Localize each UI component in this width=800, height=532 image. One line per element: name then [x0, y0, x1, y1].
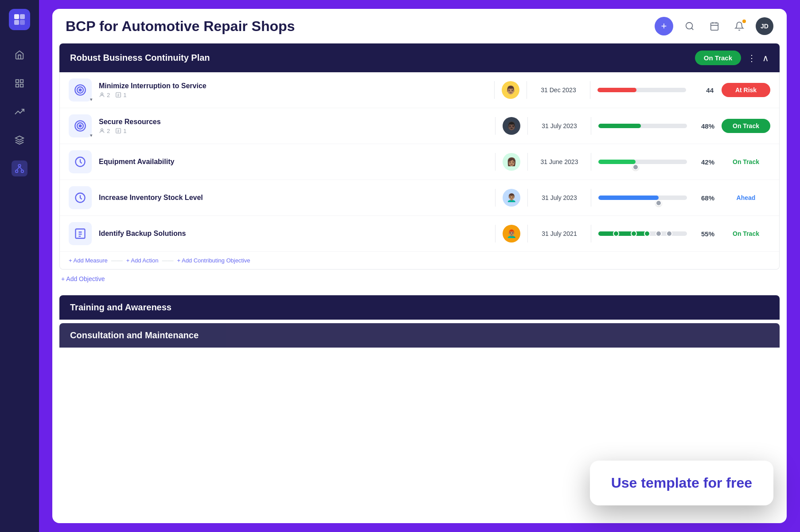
user-avatar-5: 👨🏽‍🦰	[503, 225, 520, 243]
section1-menu-icon[interactable]: ⋮	[747, 53, 756, 63]
obj-icon-1: ▾	[69, 78, 92, 102]
svg-rect-7	[16, 84, 19, 87]
svg-rect-1	[20, 14, 25, 19]
progress-track-3	[598, 160, 687, 164]
progress-2	[598, 124, 687, 128]
sep-3b	[527, 153, 528, 171]
svg-rect-3	[20, 20, 25, 25]
svg-point-11	[21, 170, 23, 173]
svg-rect-16	[711, 23, 718, 30]
content-area: Robust Business Continuity Plan On Track…	[52, 43, 787, 523]
obj-chevron-1[interactable]: ▾	[90, 97, 93, 102]
obj-info-2: Secure Resources 2 1	[99, 118, 488, 134]
status-pill-3: On Track	[722, 155, 770, 169]
dot-marker-1	[613, 231, 619, 237]
obj-pct-4: 68%	[694, 194, 714, 202]
obj-name-3: Equipment Availability	[99, 158, 488, 166]
dot-marker-5	[666, 231, 672, 237]
svg-rect-0	[14, 14, 19, 19]
obj-pct-3: 42%	[694, 158, 714, 166]
section2-header: Training and Awareness	[59, 295, 780, 320]
add-button[interactable]: +	[655, 17, 673, 35]
svg-rect-6	[20, 84, 23, 87]
sep-5	[495, 225, 496, 243]
progress-4	[598, 196, 687, 200]
obj-assignees-1: 2	[99, 92, 110, 98]
sidebar-icon-home[interactable]	[12, 47, 27, 63]
sidebar-icon-layers[interactable]	[12, 132, 27, 148]
svg-line-12	[17, 167, 20, 170]
sep-5c	[591, 225, 591, 243]
add-links-row: + Add Measure —— + Add Action —— + Add C…	[60, 252, 779, 269]
obj-info-1: Minimize Interruption to Service 2 1	[99, 82, 487, 98]
add-measure-link[interactable]: + Add Measure	[69, 257, 108, 264]
sidebar-icon-network[interactable]	[12, 160, 27, 176]
section1-collapse-icon[interactable]: ∧	[762, 53, 769, 63]
table-row: Equipment Availability 👩🏽 31 June 2023	[60, 144, 779, 180]
main-content: BCP for Automotive Repair Shops +	[39, 0, 800, 532]
svg-point-27	[79, 125, 82, 127]
progress-fill-3	[598, 160, 636, 164]
add-contributing-link[interactable]: + Add Contributing Objective	[177, 257, 250, 264]
obj-info-3: Equipment Availability	[99, 158, 488, 166]
notification-dot	[742, 20, 746, 23]
status-pill-1: At Risk	[722, 83, 770, 97]
obj-tasks-1: 1	[115, 92, 126, 98]
sep-1	[494, 81, 495, 99]
sep-1c	[590, 81, 590, 99]
progress-slider-4[interactable]	[656, 200, 662, 206]
svg-point-9	[18, 164, 21, 167]
sidebar-icon-trending[interactable]	[12, 104, 27, 120]
page-title: BCP for Automotive Repair Shops	[66, 18, 295, 35]
sep-4b	[527, 189, 528, 207]
section1-header: Robust Business Continuity Plan On Track…	[59, 43, 780, 72]
section1-title: Robust Business Continuity Plan	[70, 53, 210, 63]
obj-tasks-2: 1	[115, 128, 126, 134]
svg-point-22	[79, 89, 82, 91]
dot-marker-4	[656, 231, 662, 237]
progress-3	[598, 160, 687, 164]
svg-point-28	[101, 129, 103, 131]
notification-button[interactable]	[731, 18, 748, 35]
sep-3	[495, 153, 496, 171]
user-avatar[interactable]: JD	[756, 17, 773, 35]
add-objective-row: + Add Objective	[52, 270, 787, 288]
obj-info-5: Identify Backup Solutions	[99, 230, 488, 238]
add-action-link[interactable]: + Add Action	[126, 257, 159, 264]
obj-name-1: Minimize Interruption to Service	[99, 82, 487, 90]
section3-title: Consultation and Maintenance	[70, 330, 199, 340]
sep-2	[495, 117, 496, 135]
multi-dot-fill-5	[598, 231, 647, 236]
progress-track-1	[597, 88, 686, 92]
table-row: ▾ Minimize Interruption to Service 2 1	[60, 72, 779, 108]
svg-point-23	[101, 93, 103, 95]
search-button[interactable]	[681, 18, 698, 35]
topbar: BCP for Automotive Repair Shops +	[52, 9, 787, 43]
svg-line-15	[691, 28, 693, 30]
obj-date-5: 31 July 2021	[535, 230, 584, 237]
add-objective-link[interactable]: + Add Objective	[61, 275, 105, 282]
obj-date-3: 31 June 2023	[535, 158, 584, 165]
svg-marker-8	[16, 136, 23, 140]
cta-card[interactable]: Use template for free	[590, 461, 773, 505]
obj-name-4: Increase Inventory Stock Level	[99, 194, 488, 202]
progress-5	[598, 231, 687, 236]
obj-name-2: Secure Resources	[99, 118, 488, 126]
obj-icon-3	[69, 150, 92, 173]
user-avatar-4: 👨🏽‍🦱	[503, 189, 520, 207]
progress-slider-3[interactable]	[632, 164, 639, 170]
sidebar-logo[interactable]	[9, 9, 30, 30]
objectives-list: ▾ Minimize Interruption to Service 2 1	[59, 72, 780, 270]
user-avatar-2: 👨🏿	[503, 117, 520, 135]
obj-pct-1: 44	[693, 86, 714, 94]
section2-title: Training and Awareness	[70, 302, 172, 312]
calendar-button[interactable]	[706, 18, 723, 35]
sep-3c	[591, 153, 591, 171]
sidebar-icon-chart[interactable]	[12, 75, 27, 91]
status-pill-2: On Track	[722, 119, 770, 133]
section3: Consultation and Maintenance	[59, 323, 780, 348]
svg-line-13	[20, 167, 22, 170]
svg-rect-4	[16, 80, 19, 82]
svg-rect-5	[20, 80, 23, 82]
obj-chevron-2[interactable]: ▾	[90, 133, 93, 138]
